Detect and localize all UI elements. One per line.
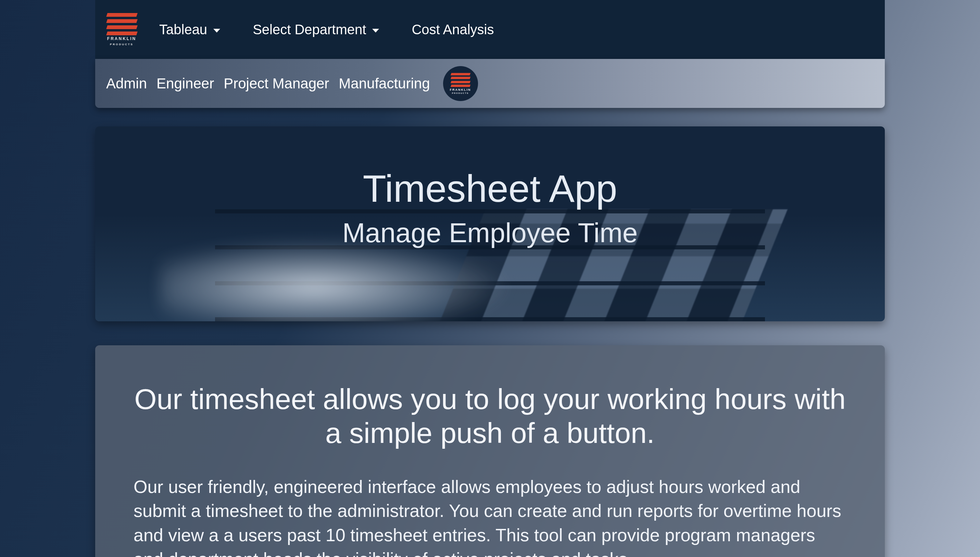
chevron-down-icon: [213, 29, 220, 33]
hero-title: Timesheet App: [363, 168, 618, 210]
brand-chip-subtitle: PRODUCTS: [452, 92, 469, 94]
brand-subtitle: PRODUCTS: [110, 43, 133, 46]
content-card: Our timesheet allows you to log your wor…: [95, 345, 885, 557]
brand-logo-stripes-icon: [107, 13, 137, 35]
topnav-label: Select Department: [253, 22, 366, 37]
brand-name: FRANKLIN: [107, 36, 136, 41]
chevron-down-icon: [372, 29, 379, 33]
topnav-label: Cost Analysis: [411, 22, 494, 37]
content-heading: Our timesheet allows you to log your wor…: [133, 382, 847, 450]
topnav-select-department[interactable]: Select Department: [253, 22, 379, 37]
brand-chip-name: FRANKLIN: [450, 88, 471, 91]
topnav-label: Tableau: [159, 22, 207, 37]
brand-chip-stripes-icon: [451, 73, 470, 87]
sub-navbar: Admin Engineer Project Manager Manufactu…: [95, 59, 885, 108]
subnav-admin[interactable]: Admin: [106, 75, 147, 92]
brand-logo[interactable]: FRANKLIN PRODUCTS: [106, 13, 138, 46]
subnav-engineer[interactable]: Engineer: [156, 75, 214, 92]
page: FRANKLIN PRODUCTS Tableau Select Departm…: [0, 0, 980, 557]
subnav-manufacturing[interactable]: Manufacturing: [339, 75, 430, 92]
top-nav-list: Tableau Select Department Cost Analysis: [159, 22, 494, 37]
brand-chip[interactable]: FRANKLIN PRODUCTS: [443, 66, 478, 101]
hero-banner: Timesheet App Manage Employee Time: [95, 126, 885, 321]
content-body: Our user friendly, engineered interface …: [133, 475, 847, 557]
subnav-project-manager[interactable]: Project Manager: [224, 75, 329, 92]
hero-subtitle: Manage Employee Time: [343, 218, 638, 248]
topnav-tableau[interactable]: Tableau: [159, 22, 220, 37]
topnav-cost-analysis[interactable]: Cost Analysis: [411, 22, 494, 37]
top-navbar: FRANKLIN PRODUCTS Tableau Select Departm…: [95, 0, 885, 59]
